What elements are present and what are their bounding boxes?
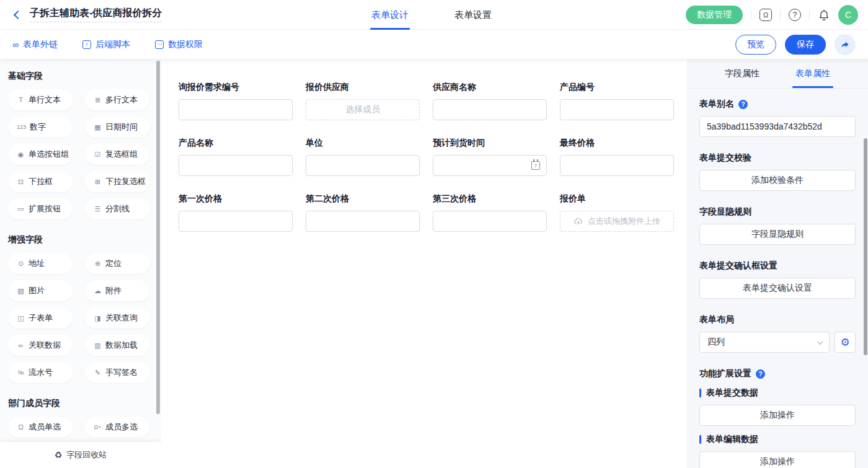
location-icon: ⊕ xyxy=(94,260,102,268)
sidebar-item-image[interactable]: ▧图片 xyxy=(8,280,73,301)
sidebar-item-label: 数据加载 xyxy=(105,340,138,351)
help-icon[interactable]: ? xyxy=(789,9,801,21)
bell-icon[interactable] xyxy=(818,9,830,21)
sidebar-item-extend-button[interactable]: ▭扩展按钮 xyxy=(8,198,73,219)
sidebar-item-number[interactable]: 123数字 xyxy=(8,117,73,138)
sidebar-item-relate-data[interactable]: ∞关联数据 xyxy=(8,335,73,356)
text-input-inquiry-request-no[interactable] xyxy=(179,99,293,120)
sidebar-item-label: 流水号 xyxy=(29,367,53,378)
link-label: 后端脚本 xyxy=(95,39,130,50)
text-input-final-price[interactable] xyxy=(560,155,674,176)
back-icon[interactable] xyxy=(14,10,22,19)
submit-data-add-action-button[interactable]: 添加操作 xyxy=(699,405,856,426)
permission-icon: ⋯ xyxy=(155,40,164,49)
tab-field-properties[interactable]: 字段属性 xyxy=(725,59,760,88)
text-input-unit[interactable] xyxy=(306,155,420,176)
sidebar-item-member-multi[interactable]: Ω+成员多选 xyxy=(85,417,149,438)
avatar[interactable]: C xyxy=(838,5,858,25)
text-input-supplier-name[interactable] xyxy=(433,99,547,120)
sidebar-item-relate-query[interactable]: ◨关联查询 xyxy=(85,307,149,329)
sidebar-item-subform[interactable]: ◫子表单 xyxy=(8,307,73,329)
sidebar-item-single-line-text[interactable]: T单行文本 xyxy=(8,89,73,110)
checkbox-group-icon: ☑ xyxy=(94,151,102,159)
datetime-icon: ▦ xyxy=(94,123,102,131)
field-label: 询报价需求编号 xyxy=(179,82,293,93)
field-type-sidebar: 基础字段T单行文本≣多行文本123数字▦日期时间◉单选按钮组☑复选框组⊡下拉框⊞… xyxy=(0,59,161,468)
tab-form-settings[interactable]: 表单设置 xyxy=(454,0,492,30)
subform-icon: ◫ xyxy=(17,314,25,322)
backend-script-link[interactable]: / 后端脚本 xyxy=(82,39,130,50)
data-load-icon: ▥ xyxy=(94,342,102,350)
upload-area-quotation-file[interactable]: 点击或拖拽附件上传 xyxy=(560,211,674,232)
sidebar-item-member-single[interactable]: Ω成员单选 xyxy=(8,417,73,438)
help-icon[interactable]: ? xyxy=(738,100,748,109)
sidebar-item-label: 地址 xyxy=(29,258,45,269)
field-label: 预计到货时间 xyxy=(433,138,547,149)
sidebar-item-dropdown[interactable]: ⊡下拉框 xyxy=(8,171,73,192)
sidebar-item-datetime[interactable]: ▦日期时间 xyxy=(85,117,149,138)
share-button[interactable] xyxy=(835,34,856,55)
sidebar-scrollbar[interactable] xyxy=(156,61,160,414)
window-scrollbar[interactable] xyxy=(864,138,867,355)
data-manage-button[interactable]: 数据管理 xyxy=(686,6,743,24)
submit-data-group-label: 表单提交数据 xyxy=(699,387,856,399)
tab-form-properties[interactable]: 表单属性 xyxy=(795,59,830,88)
member-placeholder: 选择成员 xyxy=(345,104,380,115)
field-label: 报价供应商 xyxy=(306,82,420,93)
sidebar-item-address[interactable]: ⊙地址 xyxy=(8,253,73,274)
form-field-second-price: 第二次价格 xyxy=(306,193,420,232)
sidebar-item-divider[interactable]: ☰分割线 xyxy=(85,198,149,219)
submit-validation-label: 表单提交校验 xyxy=(699,152,856,164)
sidebar-item-serial-number[interactable]: №流水号 xyxy=(8,362,73,383)
sidebar-item-multi-dropdown[interactable]: ⊞下拉复选框 xyxy=(85,171,149,192)
sidebar-item-location[interactable]: ⊕定位 xyxy=(85,253,149,274)
submit-confirm-button[interactable]: 表单提交确认设置 xyxy=(699,278,856,299)
add-validation-button[interactable]: 添加校验条件 xyxy=(699,170,856,191)
text-input-third-price[interactable] xyxy=(433,211,547,232)
sidebar-item-label: 成员多选 xyxy=(105,422,138,433)
date-input-expected-arrival-time[interactable]: 7 xyxy=(433,155,547,176)
text-input-product-name[interactable] xyxy=(179,155,293,176)
member-multi-icon: Ω+ xyxy=(94,424,102,430)
text-input-first-price[interactable] xyxy=(179,211,293,232)
form-alias-input[interactable]: 5a39bad1153993da7432b52d xyxy=(699,116,856,137)
tab-form-design[interactable]: 表单设计 xyxy=(371,0,409,30)
member-picker-quote-supplier[interactable]: 选择成员 xyxy=(306,99,420,120)
sidebar-section-title: 部门成员字段 xyxy=(8,398,161,409)
edit-data-add-action-button[interactable]: 添加操作 xyxy=(699,451,856,468)
group-marker xyxy=(699,435,701,444)
upload-placeholder: 点击或拖拽附件上传 xyxy=(588,216,660,227)
sidebar-item-label: 关联查询 xyxy=(105,312,138,324)
data-permission-link[interactable]: ⋯ 数据权限 xyxy=(155,39,203,50)
sidebar-item-radio-group[interactable]: ◉单选按钮组 xyxy=(8,144,73,165)
preview-button[interactable]: 预览 xyxy=(735,35,776,55)
link-label: 数据权限 xyxy=(168,39,203,50)
script-icon: / xyxy=(82,40,91,49)
sidebar-item-attachment[interactable]: ☁附件 xyxy=(85,280,149,301)
text-input-product-no[interactable] xyxy=(560,99,674,120)
extension-settings-label: 功能扩展设置 ? xyxy=(699,368,856,379)
form-layout-select[interactable]: 四列 xyxy=(699,332,830,353)
sidebar-item-data-load[interactable]: ▥数据加载 xyxy=(85,335,149,356)
sidebar-item-signature[interactable]: ✎手写签名 xyxy=(85,362,149,383)
single-line-text-icon: T xyxy=(17,96,25,104)
contacts-icon[interactable]: Ω xyxy=(760,9,772,21)
layout-settings-button[interactable]: ⚙ xyxy=(835,332,856,353)
form-alias-label: 表单别名 ? xyxy=(699,99,856,110)
text-input-second-price[interactable] xyxy=(306,211,420,232)
field-visibility-button[interactable]: 字段显隐规则 xyxy=(699,224,856,245)
sidebar-item-checkbox-group[interactable]: ☑复选框组 xyxy=(85,144,149,165)
link-icon: ∞ xyxy=(12,40,19,49)
sidebar-item-label: 单选按钮组 xyxy=(29,149,69,160)
form-title[interactable]: 子拆主辅助表-供应商报价拆分 xyxy=(30,7,162,22)
recycle-label: 字段回收站 xyxy=(66,449,107,461)
form-external-link[interactable]: ∞ 表单外链 xyxy=(12,39,58,50)
form-field-third-price: 第三次价格 xyxy=(433,193,547,232)
member-single-icon: Ω xyxy=(17,423,25,431)
sidebar-item-label: 日期时间 xyxy=(105,121,138,133)
field-recycle-bin[interactable]: ♻ 字段回收站 xyxy=(0,442,161,468)
form-field-unit: 单位 xyxy=(306,138,420,176)
help-icon[interactable]: ? xyxy=(756,369,765,379)
save-button[interactable]: 保存 xyxy=(785,35,826,55)
sidebar-item-multi-line-text[interactable]: ≣多行文本 xyxy=(85,89,149,110)
